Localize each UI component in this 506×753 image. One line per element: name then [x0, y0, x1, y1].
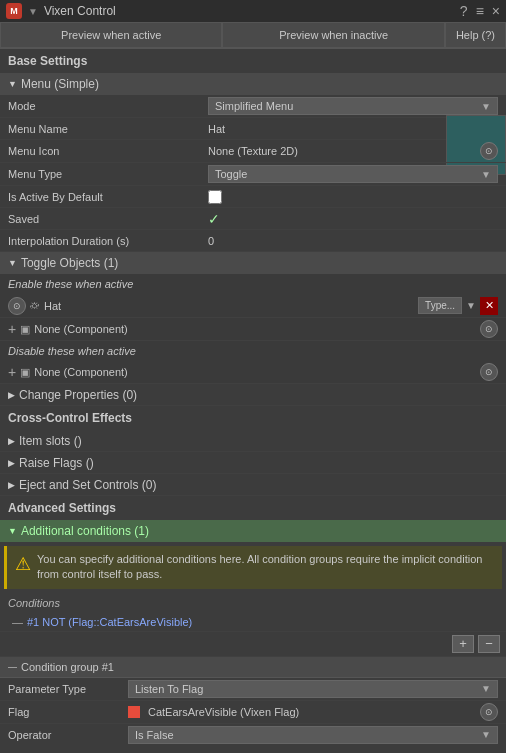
menu-name-label: Menu Name: [8, 123, 208, 135]
hat-icon: ⛮: [30, 300, 40, 311]
saved-row: Saved ✓: [0, 208, 506, 230]
remove-hat-btn[interactable]: ✕: [480, 297, 498, 315]
param-type-arrow: ▼: [481, 683, 491, 694]
menu-type-dropdown[interactable]: Toggle ▼: [208, 165, 498, 183]
interp-row: Interpolation Duration (s) 0: [0, 230, 506, 252]
param-type-label: Parameter Type: [8, 683, 128, 695]
param-type-dropdown[interactable]: Listen To Flag ▼: [128, 680, 498, 698]
flag-value-area: CatEarsAreVisible (Vixen Flag) ⊙: [128, 703, 498, 721]
menu-type-arrow: ▼: [481, 169, 491, 180]
flag-icon: [128, 706, 140, 718]
flag-label: Flag: [8, 706, 128, 718]
top-button-bar: Preview when active Preview when inactiv…: [0, 22, 506, 49]
cross-control-header: Cross-Control Effects: [0, 406, 506, 430]
is-active-checkbox[interactable]: [208, 190, 498, 204]
toggle-collapse-triangle: ▼: [8, 258, 17, 268]
cross-control-title: Cross-Control Effects: [8, 411, 132, 425]
base-settings-header: Base Settings: [0, 49, 506, 73]
main-content: Base Settings ▼ Menu (Simple) Mode Simpl…: [0, 49, 506, 746]
none-component-2: None (Component): [34, 366, 476, 378]
is-active-label: Is Active By Default: [8, 191, 208, 203]
add-enable-plus[interactable]: +: [8, 321, 16, 337]
param-type-row: Parameter Type Listen To Flag ▼: [0, 678, 506, 701]
warning-box: ⚠ You can specify additional conditions …: [4, 546, 502, 589]
preview-active-button[interactable]: Preview when active: [0, 22, 222, 48]
raise-flags-row[interactable]: ▶ Raise Flags (): [0, 452, 506, 474]
disable-subgroup: Disable these when active + ▣ None (Comp…: [0, 341, 506, 384]
operator-row: Operator Is False ▼: [0, 724, 506, 746]
condition-group-label: Condition group #1: [21, 661, 114, 673]
title-triangle: ▼: [28, 6, 38, 17]
disable-file-icon: ▣: [20, 366, 30, 379]
conditions-label: Conditions: [0, 593, 506, 613]
conditions-collapse-triangle: ▼: [8, 526, 17, 536]
change-properties-row[interactable]: ▶ Change Properties (0): [0, 384, 506, 406]
warning-text: You can specify additional conditions he…: [37, 552, 494, 583]
close-icon[interactable]: ×: [492, 3, 500, 19]
cond-group-triangle: —: [8, 662, 17, 672]
title-bar-actions: ? ≡ ×: [460, 3, 500, 19]
add-condition-btn[interactable]: +: [452, 635, 474, 653]
hat-object-row: ⊙ ⛮ Hat Type... ▼ ✕: [0, 294, 506, 318]
flag-row: Flag CatEarsAreVisible (Vixen Flag) ⊙: [0, 701, 506, 724]
saved-value: ✓: [208, 211, 498, 227]
hat-select-btn[interactable]: ⊙: [8, 297, 26, 315]
raise-flags-triangle: ▶: [8, 458, 15, 468]
eject-set-triangle: ▶: [8, 480, 15, 490]
enable-subgroup: Enable these when active ⊙ ⛮ Hat Type...…: [0, 274, 506, 341]
app-logo: M: [6, 3, 22, 19]
menu-collapse-triangle: ▼: [8, 79, 17, 89]
advanced-title: Advanced Settings: [8, 501, 116, 515]
operator-label: Operator: [8, 729, 128, 741]
operator-arrow: ▼: [481, 729, 491, 740]
menu-simple-header[interactable]: ▼ Menu (Simple): [0, 73, 506, 95]
mode-row: Mode Simplified Menu ▼: [0, 95, 506, 118]
enable-header: Enable these when active: [0, 274, 506, 294]
type-button[interactable]: Type...: [418, 297, 462, 314]
is-active-input[interactable]: [208, 190, 222, 204]
none-component-2-btn[interactable]: ⊙: [480, 363, 498, 381]
menu-simple-label: Menu (Simple): [21, 77, 99, 91]
additional-conditions-header[interactable]: ▼ Additional conditions (1): [0, 520, 506, 542]
mode-dropdown-arrow: ▼: [481, 101, 491, 112]
none-component-1-btn[interactable]: ⊙: [480, 320, 498, 338]
help-button[interactable]: Help (?): [445, 22, 506, 48]
flag-select-btn[interactable]: ⊙: [480, 703, 498, 721]
additional-conditions-label: Additional conditions (1): [21, 524, 149, 538]
item-slots-label: Item slots (): [19, 434, 82, 448]
menu-name-row: Menu Name Hat: [0, 118, 506, 140]
plus-minus-bar: + −: [0, 632, 506, 657]
add-enable-component-row: + ▣ None (Component) ⊙: [0, 318, 506, 341]
menu-type-row: Menu Type Toggle ▼: [0, 163, 506, 186]
remove-condition-btn[interactable]: −: [478, 635, 500, 653]
eject-set-row[interactable]: ▶ Eject and Set Controls (0): [0, 474, 506, 496]
menu-icon-select-btn[interactable]: ⊙: [480, 142, 498, 160]
interp-label: Interpolation Duration (s): [8, 235, 208, 247]
raise-flags-label: Raise Flags (): [19, 456, 94, 470]
mode-dropdown[interactable]: Simplified Menu ▼: [208, 97, 498, 115]
toggle-objects-header[interactable]: ▼ Toggle Objects (1): [0, 252, 506, 274]
saved-checkmark: ✓: [208, 211, 220, 227]
saved-label: Saved: [8, 213, 208, 225]
mode-label: Mode: [8, 100, 208, 112]
toggle-objects-label: Toggle Objects (1): [21, 256, 118, 270]
menu-icon[interactable]: ≡: [476, 3, 484, 19]
menu-icon-row: Menu Icon None (Texture 2D) ⊙: [0, 140, 506, 163]
is-active-row: Is Active By Default: [0, 186, 506, 208]
operator-dropdown[interactable]: Is False ▼: [128, 726, 498, 744]
menu-icon-field: None (Texture 2D) ⊙: [208, 142, 498, 160]
disable-header: Disable these when active: [0, 341, 506, 361]
item-slots-row[interactable]: ▶ Item slots (): [0, 430, 506, 452]
add-disable-plus[interactable]: +: [8, 364, 16, 380]
condition-group-header: — Condition group #1: [0, 657, 506, 678]
interp-value: 0: [208, 235, 498, 247]
preview-inactive-button[interactable]: Preview when inactive: [222, 22, 444, 48]
eject-set-label: Eject and Set Controls (0): [19, 478, 156, 492]
menu-type-label: Menu Type: [8, 168, 208, 180]
warning-icon: ⚠: [15, 552, 31, 583]
help-icon[interactable]: ?: [460, 3, 468, 19]
menu-settings-content: Mode Simplified Menu ▼ Menu Name Hat Men…: [0, 95, 506, 252]
title-bar: M ▼ Vixen Control ? ≡ ×: [0, 0, 506, 22]
item-slots-triangle: ▶: [8, 436, 15, 446]
add-disable-component-row: + ▣ None (Component) ⊙: [0, 361, 506, 384]
